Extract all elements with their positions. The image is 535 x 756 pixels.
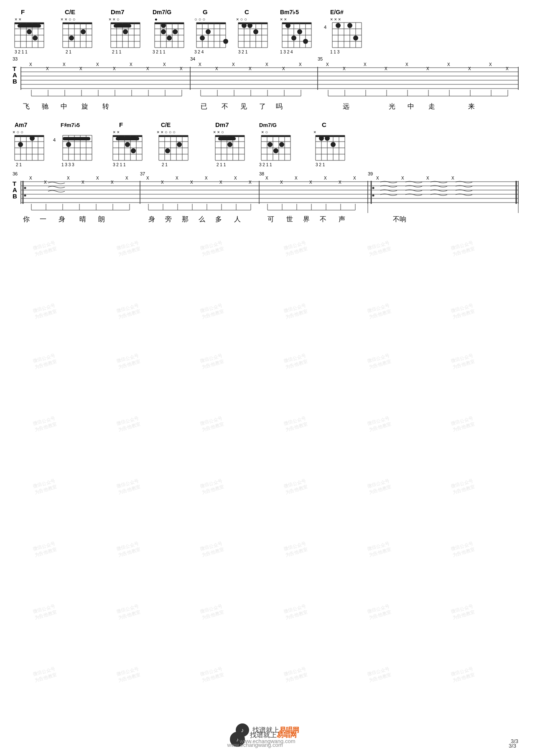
svg-text:X: X: [44, 180, 47, 185]
svg-text:1 3 2 4: 1 3 2 4: [280, 50, 293, 54]
svg-point-346: [319, 136, 324, 141]
svg-text:F♯m7♭5: F♯m7♭5: [61, 122, 80, 128]
svg-text:X: X: [79, 66, 82, 71]
svg-point-241: [30, 136, 35, 141]
svg-text:×: ×: [313, 129, 316, 134]
svg-text:X: X: [29, 176, 32, 180]
svg-point-33: [69, 36, 74, 41]
page-num-div: 3/3: [511, 738, 518, 744]
svg-text:X: X: [265, 62, 268, 67]
svg-text:× ×: × ×: [15, 17, 21, 22]
svg-text:X: X: [146, 66, 149, 71]
svg-text:旁: 旁: [165, 216, 172, 223]
chord-c: C × ○ ○ 3 2 1: [236, 8, 268, 54]
svg-text:来: 来: [468, 103, 475, 110]
footer-container: ♪ 找谱就上易唱网 www.echangwang.com: [0, 723, 535, 744]
svg-point-258: [66, 142, 71, 147]
svg-text:X: X: [113, 66, 116, 71]
svg-text:4: 4: [324, 25, 326, 30]
svg-text:Dm7: Dm7: [215, 121, 229, 128]
svg-point-121: [285, 23, 290, 28]
svg-text:身: 身: [148, 216, 155, 223]
svg-point-103: [247, 23, 252, 28]
svg-rect-257: [63, 137, 90, 140]
chord-ce: C/E × × ○ ○ 2 1: [61, 8, 92, 54]
svg-rect-73: [196, 23, 226, 24]
svg-text:X: X: [215, 66, 218, 71]
svg-text:× ×    ×: × × ×: [330, 17, 341, 22]
main-score: F × × 3 2 1 1 C/E × × ○ ○: [0, 0, 535, 756]
svg-text:X: X: [426, 176, 429, 180]
svg-text:X: X: [232, 62, 235, 67]
svg-rect-229: [15, 135, 44, 137]
svg-text:晴: 晴: [79, 216, 86, 223]
svg-text:中: 中: [408, 103, 414, 110]
svg-rect-280: [159, 135, 188, 137]
chord-dm7g-2: Dm7/G × ○ 3 2 1 1: [259, 122, 290, 167]
svg-point-394: [372, 195, 374, 197]
svg-rect-2: [15, 23, 44, 24]
svg-text:X: X: [130, 62, 132, 67]
svg-text:X: X: [163, 62, 166, 67]
svg-text:X: X: [199, 62, 201, 67]
svg-text:3 2   4: 3 2 4: [194, 50, 204, 54]
svg-text:X: X: [205, 176, 208, 180]
svg-point-67: [173, 29, 178, 34]
lyric-chi: 驰: [42, 103, 48, 110]
svg-text:X: X: [125, 176, 128, 180]
footer-url-text: www.echangwang.com: [0, 738, 535, 744]
svg-text:2   1: 2 1: [16, 162, 22, 167]
svg-text:G: G: [203, 8, 208, 15]
svg-text:多: 多: [215, 216, 222, 223]
svg-text:已: 已: [201, 103, 207, 110]
svg-text:X: X: [353, 176, 356, 180]
svg-text:Am7: Am7: [15, 122, 28, 128]
svg-text:你: 你: [23, 216, 30, 223]
svg-text:见: 见: [240, 103, 247, 110]
measure-35: 35: [318, 56, 323, 61]
svg-text:X: X: [299, 62, 302, 67]
svg-text:Bm7♭5: Bm7♭5: [280, 9, 299, 15]
chord-am7: Am7 × ○ ○ 2 1: [13, 122, 44, 167]
svg-rect-297: [215, 135, 245, 137]
svg-text:3 2 1: 3 2 1: [238, 50, 248, 54]
svg-rect-309: [218, 137, 236, 140]
svg-text:X: X: [249, 66, 252, 71]
svg-text:×  ○  ○: × ○ ○: [236, 17, 247, 22]
chord-eg#: E/G# × × × 4 1 1 3: [324, 9, 362, 54]
svg-text:X: X: [326, 62, 329, 67]
svg-text:Dm7/G: Dm7/G: [259, 122, 277, 128]
svg-point-123: [291, 36, 296, 41]
svg-text:○ ○ ○: ○ ○ ○: [194, 17, 205, 22]
svg-text:X: X: [146, 176, 149, 180]
svg-text:光: 光: [389, 103, 395, 110]
svg-point-87: [223, 39, 228, 44]
svg-text:X: X: [426, 66, 429, 71]
svg-text:X: X: [339, 180, 341, 185]
svg-text:Dm7: Dm7: [111, 8, 125, 15]
svg-point-66: [161, 23, 166, 28]
svg-text:× ×: × ×: [280, 17, 287, 22]
svg-point-242: [18, 142, 23, 147]
svg-point-328: [279, 142, 284, 147]
svg-text:X: X: [96, 62, 99, 67]
svg-point-69: [161, 29, 166, 34]
svg-rect-37: [111, 23, 140, 24]
svg-point-16: [33, 36, 38, 41]
chord-dm7: Dm7 × × ○ 2 1 1: [109, 8, 140, 54]
svg-text:X: X: [176, 176, 178, 180]
svg-point-310: [227, 142, 232, 147]
svg-point-32: [81, 29, 86, 34]
svg-point-50: [123, 29, 128, 34]
svg-text:X: X: [82, 180, 84, 185]
svg-text:× ○: × ○: [261, 129, 268, 134]
svg-text:界: 界: [303, 216, 310, 223]
svg-text:C: C: [322, 121, 326, 128]
svg-point-292: [177, 142, 182, 147]
svg-text:38: 38: [259, 171, 264, 176]
svg-text:X: X: [111, 180, 114, 185]
svg-text:X: X: [447, 62, 450, 67]
svg-text:3  2 1 1: 3 2 1 1: [259, 162, 272, 167]
svg-text:F: F: [119, 121, 123, 128]
svg-point-141: [347, 23, 352, 28]
